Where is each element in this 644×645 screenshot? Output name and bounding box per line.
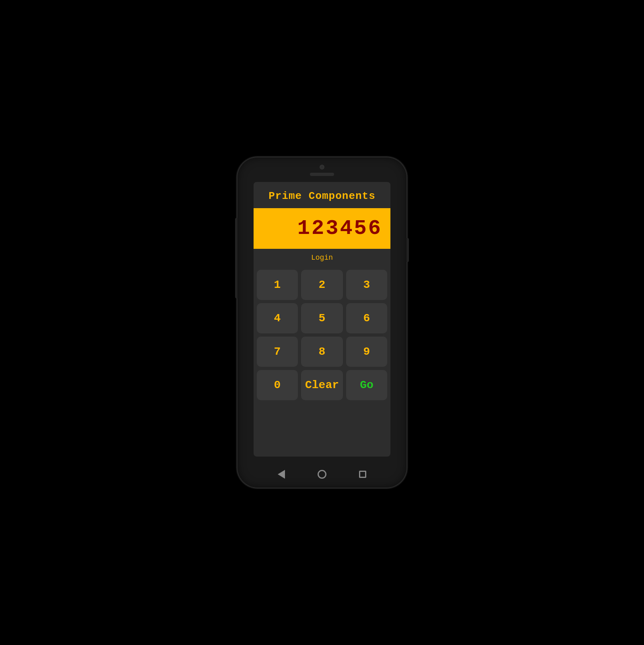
clear-button[interactable]: Clear xyxy=(301,370,343,400)
login-label: Login xyxy=(254,249,390,267)
camera xyxy=(320,165,324,170)
key-2[interactable]: 2 xyxy=(301,270,343,300)
recents-button[interactable] xyxy=(359,471,366,478)
key-5[interactable]: 5 xyxy=(301,303,343,333)
key-9[interactable]: 9 xyxy=(346,337,387,367)
phone-bottom-nav xyxy=(237,463,407,488)
key-8[interactable]: 8 xyxy=(301,337,343,367)
phone-frame: Prime Components 123456 Login 1 2 3 4 5 … xyxy=(237,157,407,488)
key-6[interactable]: 6 xyxy=(346,303,387,333)
key-1[interactable]: 1 xyxy=(257,270,298,300)
display-value: 123456 xyxy=(262,215,382,242)
back-button[interactable] xyxy=(278,470,285,479)
go-button[interactable]: Go xyxy=(346,370,387,400)
key-3[interactable]: 3 xyxy=(346,270,387,300)
keypad: 1 2 3 4 5 6 7 8 9 0 Clear Go xyxy=(254,267,390,403)
screen: Prime Components 123456 Login 1 2 3 4 5 … xyxy=(254,182,390,457)
app-title: Prime Components xyxy=(254,182,390,208)
display-area: 123456 xyxy=(254,208,390,249)
key-4[interactable]: 4 xyxy=(257,303,298,333)
key-7[interactable]: 7 xyxy=(257,337,298,367)
home-button[interactable] xyxy=(318,470,326,479)
speaker xyxy=(310,173,334,176)
key-0[interactable]: 0 xyxy=(257,370,298,400)
phone-top xyxy=(237,157,407,176)
